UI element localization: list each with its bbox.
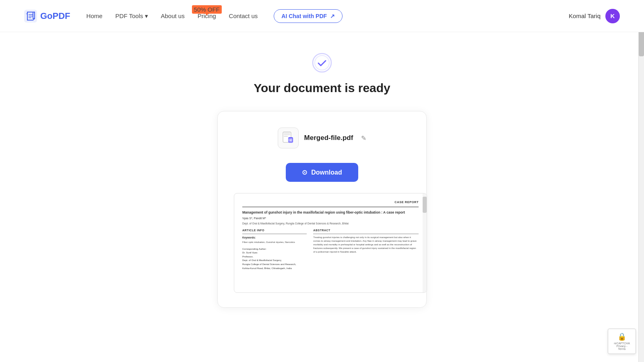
pdf-preview-container[interactable]: CASE REPORT Management of gunshot injury… [234, 193, 427, 293]
navbar-left: GoPDF Home PDF Tools ▾ About us 50% OFF … [24, 9, 343, 23]
pdf-case-report-label: CASE REPORT [242, 200, 419, 204]
svg-rect-8 [284, 134, 290, 135]
pdf-preview-scrollbar[interactable] [423, 193, 427, 292]
user-avatar[interactable]: K [605, 9, 620, 23]
svg-rect-9 [284, 136, 288, 137]
pdf-keywords-label: Keywords: [242, 236, 307, 240]
pdf-abstract-text: Treating gunshot injuries is challenging… [313, 236, 419, 254]
pdf-preview-wrapper: CASE REPORT Management of gunshot injury… [234, 193, 410, 293]
navbar: GoPDF Home PDF Tools ▾ About us 50% OFF … [0, 0, 644, 32]
pdf-corresponding-name: Dr. Sunil Vyas [242, 251, 307, 255]
download-icon: ⊙ [302, 169, 307, 176]
pdf-corresponding-college: Rungta College of Dental Sciences and Re… [242, 263, 307, 267]
edit-icon[interactable]: ✎ [361, 134, 366, 142]
pdf-article-info-header: ARTICLE INFO [242, 228, 307, 234]
pdf-title: Management of gunshot injury in the maxi… [242, 210, 419, 215]
pdf-columns: ARTICLE INFO Keywords: Fiber optic intub… [242, 228, 419, 270]
logo-icon [24, 10, 37, 23]
svg-rect-15 [291, 138, 292, 142]
pricing-badge: 50% OFF [192, 5, 222, 14]
file-name: Merged-file.pdf [304, 134, 353, 142]
pdf-abstract-header: ABSTRACT [313, 228, 419, 234]
pdf-corresponding-title: Professor, [242, 255, 307, 259]
recaptcha-logo-icon: 🔒 [617, 332, 626, 341]
user-name: Komal Tariq [569, 12, 601, 19]
download-button[interactable]: ⊙ Download [286, 163, 358, 182]
ai-chat-label: AI Chat with PDF [281, 13, 327, 19]
pdf-corresponding-author: Corresponding Author: Dr. Sunil Vyas Pro… [242, 247, 307, 271]
nav-item-contact-us[interactable]: Contact us [229, 12, 258, 20]
document-ready-title: Your document is ready [254, 81, 390, 95]
nav-item-about-us[interactable]: About us [161, 12, 185, 20]
pdf-preview-content: CASE REPORT Management of gunshot injury… [234, 193, 427, 277]
pdf-corresponding-address: Kohka-Kurud Road, Bhilai, Chhattisgarh, … [242, 267, 307, 271]
logo-text: GoPDF [40, 11, 70, 21]
nav-links: Home PDF Tools ▾ About us 50% OFF Pricin… [87, 12, 258, 20]
main-content: Your document is ready ≡ [0, 32, 644, 317]
success-check-icon [312, 52, 332, 73]
ai-chat-button[interactable]: AI Chat with PDF ↗ [274, 9, 343, 23]
pdf-affiliation: Dept. of Oral & Maxillofacial Surgery, R… [242, 222, 419, 226]
nav-item-pdf-tools[interactable]: PDF Tools ▾ [116, 12, 148, 20]
svg-rect-14 [290, 138, 291, 142]
svg-rect-13 [289, 138, 290, 142]
pdf-col-right: ABSTRACT Treating gunshot injuries is ch… [313, 228, 419, 270]
pdf-col-left: ARTICLE INFO Keywords: Fiber optic intub… [242, 228, 307, 270]
pdf-corresponding-dept: Dept. of Oral & Maxillofacial Surgery, [242, 259, 307, 263]
svg-rect-12 [289, 138, 289, 142]
pdf-corresponding-label: Corresponding Author: [242, 247, 307, 251]
document-card: ≡ Merged-file.pdf ✎ ⊙ Download CASE [217, 111, 427, 308]
pdf-preview-scrollbar-thumb [423, 197, 427, 213]
recaptcha-label: reCAPTCHA [614, 342, 630, 345]
logo[interactable]: GoPDF [24, 10, 70, 23]
download-label: Download [311, 169, 342, 176]
external-link-icon: ↗ [330, 13, 335, 19]
pdf-file-icon: ≡ [283, 132, 294, 144]
pdf-authors: Vyas S*, Pandit M* [242, 216, 419, 221]
recaptcha-subtext: Privacy - Terms [612, 345, 632, 350]
success-icon-wrapper [312, 52, 332, 75]
pdf-keywords: Fiber optic intubation, Gunshot injuries… [242, 241, 307, 244]
page-scrollbar[interactable] [638, 0, 644, 362]
file-icon-box: ≡ [278, 128, 299, 148]
navbar-right: Komal Tariq K [569, 9, 620, 23]
svg-rect-16 [289, 142, 293, 142]
pdf-tools-chevron-icon: ▾ [145, 12, 148, 20]
nav-item-home[interactable]: Home [87, 12, 103, 20]
svg-point-4 [313, 53, 331, 72]
svg-rect-7 [284, 133, 290, 134]
file-row: ≡ Merged-file.pdf ✎ [278, 128, 367, 148]
svg-point-5 [315, 56, 329, 70]
nav-item-pricing[interactable]: 50% OFF Pricing [198, 12, 216, 20]
recaptcha-badge: 🔒 reCAPTCHA Privacy - Terms [608, 329, 636, 354]
